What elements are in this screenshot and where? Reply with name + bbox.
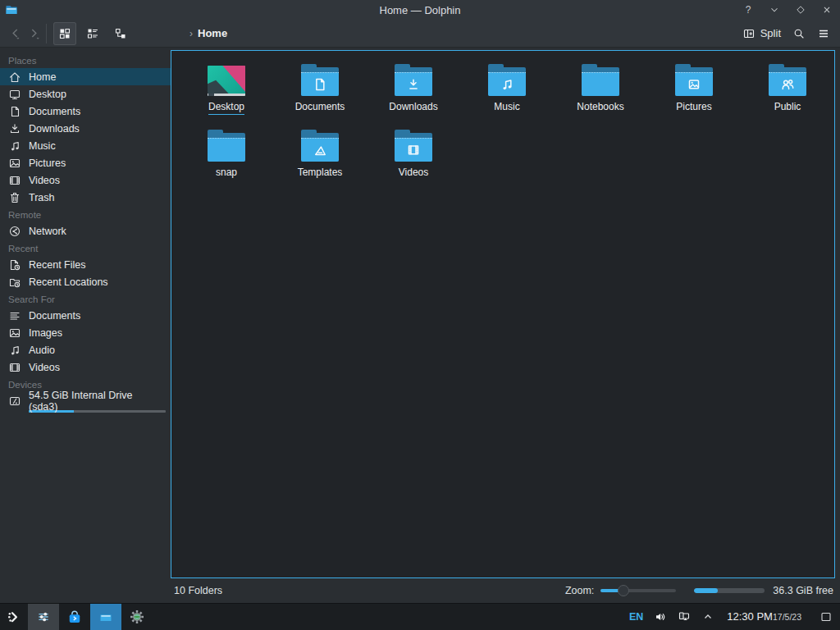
network-icon	[8, 225, 21, 238]
image-icon	[8, 157, 21, 170]
details-view-button[interactable]	[81, 22, 104, 45]
ov-document	[311, 75, 329, 94]
window-controls: ?	[742, 0, 833, 20]
dolphin-button[interactable]	[90, 604, 121, 630]
volume-icon[interactable]	[654, 604, 667, 630]
harddrive-icon	[8, 395, 21, 408]
statusbar: 10 Folders Zoom: 36.3 GiB free	[0, 578, 840, 603]
folder-videos[interactable]: Videos	[367, 128, 460, 180]
folder-icon	[488, 64, 526, 96]
folder-documents[interactable]: Documents	[273, 62, 367, 115]
folder-front	[301, 138, 339, 162]
home-icon	[8, 71, 21, 84]
maximize-button[interactable]	[794, 3, 807, 16]
keyboard-layout-indicator[interactable]: EN	[629, 604, 643, 630]
sidebar-item-label: Trash	[29, 192, 55, 203]
breadcrumb-home[interactable]: Home	[198, 27, 227, 39]
sidebar-item-recent-locations[interactable]: Recent Locations	[0, 273, 171, 290]
sidebar-item-label: Recent Files	[29, 259, 85, 271]
ov-music	[498, 75, 516, 94]
search-button[interactable]	[792, 27, 806, 40]
zoom-slider[interactable]	[600, 585, 676, 596]
folder-downloads[interactable]: Downloads	[367, 62, 460, 115]
split-label: Split	[760, 27, 781, 39]
sidebar-item-label: 54.5 GiB Internal Drive (sda3)	[29, 390, 162, 413]
clock-date: 17/5/23	[773, 612, 801, 622]
folder-label: Music	[494, 102, 519, 114]
split-icon	[742, 27, 756, 40]
sidebar-item-videos[interactable]: Videos	[0, 171, 171, 189]
sidebar-item-downloads[interactable]: Downloads	[0, 120, 171, 137]
sidebar-item-network[interactable]: Network	[0, 222, 171, 240]
folder-label: Videos	[399, 167, 428, 180]
system-config-button[interactable]	[121, 604, 153, 630]
folder-music[interactable]: Music	[460, 62, 554, 115]
folder-label: Documents	[295, 102, 345, 114]
sidebar-item-recent-files[interactable]: Recent Files	[0, 256, 171, 273]
image-icon	[8, 326, 21, 340]
sidebar-item-home[interactable]: Home	[0, 68, 171, 85]
folder-front	[395, 72, 432, 96]
trash-icon	[8, 191, 21, 204]
folder-notebooks[interactable]: Notebooks	[554, 62, 647, 115]
ov-people	[778, 75, 797, 94]
folder-templates[interactable]: Templates	[273, 128, 367, 180]
sidebar-item-audio[interactable]: Audio	[0, 341, 171, 358]
folder-label: Public	[774, 102, 801, 114]
folder-grid: DesktopDocumentsDownloadsMusicNotebooksP…	[180, 62, 834, 180]
folder-front	[395, 138, 432, 162]
minimize-button[interactable]	[768, 3, 781, 16]
app-launcher-button[interactable]	[0, 604, 28, 630]
zoom-slider-handle[interactable]	[618, 585, 629, 596]
folder-front	[301, 72, 339, 96]
split-button[interactable]: Split	[742, 27, 781, 40]
taskbar-apps	[0, 604, 153, 630]
sidebar-section-title-recent: Recent	[0, 240, 171, 256]
sidebar-item-trash[interactable]: Trash	[0, 189, 171, 206]
back-button[interactable]	[7, 24, 25, 43]
tray-expand-icon[interactable]	[701, 604, 714, 630]
ov-film	[404, 141, 422, 159]
sidebar-item-documents[interactable]: Documents	[0, 103, 171, 120]
menu-button[interactable]	[817, 27, 830, 40]
sidebar-item-pictures[interactable]: Pictures	[0, 154, 171, 171]
display-settings-icon[interactable]	[678, 604, 691, 630]
icons-view-button[interactable]	[53, 22, 76, 45]
tree-view-button[interactable]	[109, 22, 132, 45]
sidebar-item-label: Music	[29, 140, 56, 152]
sidebar-item-desktop[interactable]: Desktop	[0, 85, 171, 103]
sidebar-item-label: Documents	[29, 310, 80, 322]
system-settings-button[interactable]	[28, 604, 59, 630]
sidebar-item-music[interactable]: Music	[0, 137, 171, 154]
sidebar-item-54-5-gib-internal-drive-sda3[interactable]: 54.5 GiB Internal Drive (sda3)	[0, 392, 171, 409]
show-desktop-button[interactable]	[815, 604, 837, 630]
music-icon	[8, 344, 21, 357]
folder-icon	[301, 64, 339, 96]
sidebar-item-documents[interactable]: Documents	[0, 307, 171, 324]
folder-front	[675, 72, 713, 96]
folder-desktop[interactable]: Desktop	[180, 62, 273, 115]
sidebar-item-label: Audio	[29, 345, 55, 356]
close-button[interactable]	[820, 3, 833, 16]
recent-file-icon	[8, 258, 21, 272]
download-icon	[8, 122, 21, 135]
document-icon	[8, 105, 21, 118]
toolbar: › Home Split	[0, 20, 840, 48]
folder-icon	[675, 64, 713, 96]
forward-button[interactable]	[25, 24, 43, 43]
discover-button[interactable]	[59, 604, 90, 630]
help-button[interactable]: ?	[742, 3, 755, 16]
folder-snap[interactable]: snap	[180, 128, 273, 180]
folder-view[interactable]: DesktopDocumentsDownloadsMusicNotebooksP…	[171, 50, 835, 578]
sidebar-item-label: Videos	[29, 362, 60, 373]
places-panel: PlacesHomeDesktopDocumentsDownloadsMusic…	[0, 48, 171, 578]
sidebar-item-videos[interactable]: Videos	[0, 358, 171, 376]
clock[interactable]: 12:30 PM 17/5/23	[725, 604, 803, 630]
folder-pictures[interactable]: Pictures	[647, 62, 741, 115]
text-lines-icon	[8, 309, 21, 322]
folder-public[interactable]: Public	[741, 62, 834, 115]
disk-capacity-fill	[694, 588, 717, 593]
sidebar-item-images[interactable]: Images	[0, 324, 171, 341]
sidebar-item-label: Images	[29, 327, 62, 339]
sidebar-section-title-places: Places	[0, 52, 171, 68]
